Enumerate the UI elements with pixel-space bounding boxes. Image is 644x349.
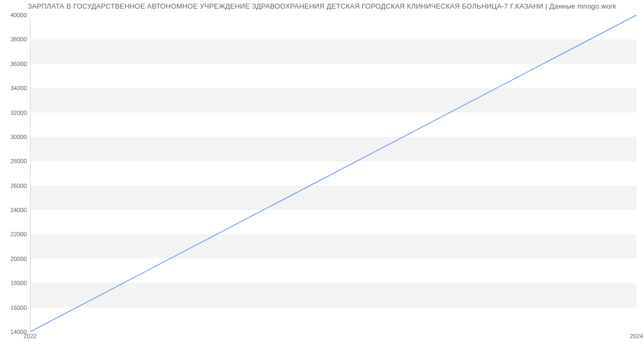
y-tick-label: 22000 — [10, 231, 27, 237]
y-tick-label: 34000 — [10, 85, 27, 91]
grid-band — [30, 137, 636, 161]
y-tick-label: 26000 — [10, 183, 27, 189]
x-axis-tick-labels: 20222024 — [30, 333, 636, 344]
y-tick-label: 38000 — [10, 36, 27, 42]
y-tick-label: 24000 — [10, 207, 27, 213]
y-tick-label: 20000 — [10, 256, 27, 262]
grid-band — [30, 88, 636, 112]
y-tick-label: 36000 — [10, 61, 27, 67]
y-tick-label: 18000 — [10, 280, 27, 286]
y-axis-tick-labels: 1400016000180002000022000240002600028000… — [0, 15, 27, 332]
y-tick-label: 30000 — [10, 134, 27, 140]
grid-band — [30, 39, 636, 63]
y-tick-label: 28000 — [10, 158, 27, 164]
y-tick-label: 16000 — [10, 304, 27, 311]
grid-band — [30, 186, 636, 210]
chart-title: ЗАРПЛАТА В ГОСУДАРСТВЕННОЕ АВТОНОМНОЕ УЧ… — [0, 2, 644, 10]
grid-band — [30, 283, 636, 307]
y-tick-label: 32000 — [10, 110, 27, 116]
plot-area — [30, 15, 636, 332]
y-tick-label: 40000 — [10, 12, 27, 18]
grid-band — [30, 234, 636, 258]
chart-svg — [30, 15, 636, 332]
x-tick-label: 2024 — [630, 333, 643, 339]
x-tick-label: 2022 — [24, 333, 36, 339]
chart-container: ЗАРПЛАТА В ГОСУДАРСТВЕННОЕ АВТОНОМНОЕ УЧ… — [0, 0, 644, 349]
